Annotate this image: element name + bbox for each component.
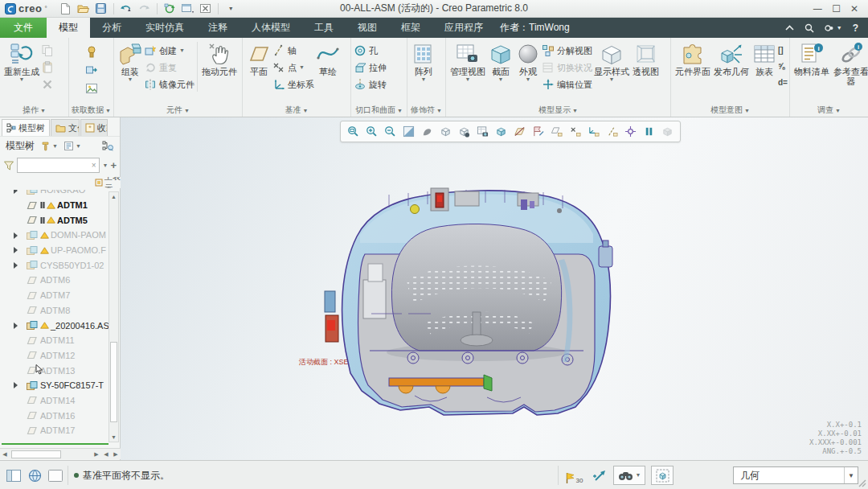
tree-item[interactable]: ADTM11 [0, 333, 109, 348]
family-table-button[interactable]: 族表 [751, 40, 778, 78]
model-arrow-button[interactable] [592, 467, 608, 483]
repeat-button[interactable]: 重复 [144, 61, 194, 74]
reference-viewer-button[interactable]: i 参考查看器 [831, 40, 868, 88]
csys-button[interactable]: 坐标系 [272, 78, 314, 91]
expand-arrow-icon[interactable] [14, 382, 18, 388]
repaint-icon[interactable] [400, 123, 417, 140]
navigator-toggle-icon[interactable] [5, 466, 23, 484]
tree-vertical-scrollbar[interactable]: ▲ ▼ [108, 191, 119, 442]
axis-display-icon[interactable] [604, 123, 620, 140]
bom-button[interactable]: i 物料清单 [792, 40, 831, 78]
plane-button[interactable]: 平面 [245, 40, 272, 78]
options-icon[interactable]: ▼ [825, 24, 842, 32]
regenerate-small-icon[interactable] [162, 2, 178, 16]
zoom-in-icon[interactable] [363, 123, 380, 140]
expand-arrow-icon[interactable] [14, 247, 18, 253]
tree-item[interactable]: ADTM16 [0, 408, 109, 423]
tab-model-tree[interactable]: 模型树 [2, 119, 50, 136]
expand-arrow-icon[interactable] [14, 232, 18, 239]
point-tag-display-icon[interactable] [567, 123, 583, 140]
tree-item[interactable]: HONGKAO [0, 190, 109, 198]
tree-item[interactable]: ADTM12 [0, 348, 109, 364]
section-view-icon[interactable] [493, 123, 510, 140]
notifications-flag-button[interactable]: 30 [563, 466, 584, 484]
spin-center-icon[interactable] [622, 123, 639, 140]
csys-display-icon[interactable] [585, 123, 602, 140]
tree-item[interactable]: ADTM1 [0, 198, 109, 213]
group-label-investigate[interactable]: 调查▼ [790, 105, 868, 116]
scroll-down-icon[interactable]: ▼ [109, 433, 118, 442]
appearance-button[interactable]: 外观 ▼ [514, 40, 542, 84]
annotation-display-icon[interactable] [530, 123, 547, 140]
redo-icon[interactable] [137, 2, 152, 16]
tree-item[interactable]: ADTM6 [0, 273, 109, 288]
extrude-button[interactable]: 拉伸 [354, 61, 387, 74]
manage-views-button[interactable]: 管理视图 ▼ [448, 40, 487, 84]
undo-icon[interactable] [119, 2, 134, 16]
tree-display-settings-button[interactable] [102, 141, 114, 151]
ribbon-tab[interactable]: 工具 [302, 18, 346, 38]
point-button[interactable]: 点▼ [272, 61, 314, 74]
mirror-component-button[interactable]: 镜像元件 [144, 78, 194, 91]
regenerate-button[interactable]: 重新生成 ▼ [2, 40, 41, 84]
search-icon[interactable] [805, 23, 814, 33]
tree-item[interactable]: ADTM14 [0, 393, 109, 409]
tree-item[interactable]: _20200416.AS [0, 318, 109, 333]
ribbon-tab[interactable]: 分析 [90, 18, 133, 38]
tree-item[interactable]: ADTM17 [0, 423, 109, 438]
ribbon-tab[interactable]: 注释 [196, 18, 240, 38]
tree-search-input[interactable]: × [17, 158, 100, 173]
drag-components-button[interactable]: 拖动元件 [200, 40, 239, 78]
tree-item[interactable]: UP-PAOMO.F [0, 243, 109, 258]
display-style-button[interactable]: 显示样式 ▼ [592, 40, 631, 84]
group-label-model-intent[interactable]: 模型意图▼ [671, 105, 789, 116]
toggle-status-button[interactable]: 切换状况 [542, 61, 592, 74]
scroll-up-icon[interactable]: ▲ [109, 192, 118, 201]
tree-item[interactable]: ADTM8 [0, 303, 109, 318]
selection-filter-combobox[interactable]: 几何 ▼ [733, 466, 858, 484]
group-label-cut-surface[interactable]: 切口和曲面▼ [351, 105, 407, 116]
new-file-icon[interactable] [58, 2, 73, 16]
edit-position-button[interactable]: 编辑位置 [542, 78, 592, 91]
group-label-modifiers[interactable]: 修饰符▼ [407, 105, 445, 116]
import-udf-icon[interactable] [85, 45, 98, 58]
group-label-component[interactable]: 元件▼ [114, 105, 242, 116]
minimize-icon[interactable]: — [813, 3, 822, 14]
scrollbar-thumb[interactable] [110, 342, 117, 422]
tree-item[interactable]: CYSB50YD1-02 [0, 257, 109, 273]
close-window-icon[interactable] [198, 2, 213, 16]
search-options-icon[interactable]: ▼ [102, 162, 108, 169]
zoom-out-icon[interactable] [382, 123, 399, 140]
scroll-right-icon[interactable]: ▶ [92, 451, 101, 458]
tree-tools-button[interactable]: ▼ [40, 141, 58, 151]
web-browser-icon[interactable] [26, 466, 43, 484]
assemble-button[interactable]: 组装 ▼ [117, 40, 144, 84]
display-style-icon[interactable] [437, 123, 454, 140]
add-filter-icon[interactable]: + [110, 159, 117, 171]
search-model-button[interactable]: ▼ [613, 466, 645, 485]
group-label-model-display[interactable]: 模型显示▼ [446, 105, 670, 116]
collapse-ribbon-icon[interactable] [785, 25, 794, 31]
sketch-button[interactable]: 草绘 [314, 40, 342, 78]
expand-arrow-icon[interactable] [14, 262, 18, 269]
switch-symbols-button[interactable]: ⅝ [778, 60, 788, 72]
create-button[interactable]: 创建▼ [144, 44, 194, 57]
tree-item[interactable]: ADTM13 [0, 363, 109, 378]
box-select-button[interactable] [651, 466, 674, 485]
datum-display-icon[interactable] [511, 123, 528, 140]
revolve-button[interactable]: 旋转 [354, 78, 387, 91]
maximize-icon[interactable]: ☐ [832, 3, 841, 14]
tab-favorites[interactable]: * 收藏夹 [80, 119, 108, 136]
paste-icon[interactable] [41, 61, 54, 74]
scroll-left-icon[interactable]: ◀ [0, 451, 10, 458]
pattern-button[interactable]: 阵列 ▼ [410, 40, 437, 84]
component-interface-button[interactable]: 元件界面 [674, 40, 712, 78]
expand-arrow-icon[interactable] [14, 190, 18, 194]
open-icon[interactable] [76, 2, 91, 16]
import-image-icon[interactable] [85, 82, 98, 95]
saved-orientations-icon[interactable] [456, 123, 473, 140]
graphics-viewport[interactable]: > 活动截面 : XSEC0008 X.X+-0.1X.XX+-0.01X.XX… [121, 117, 868, 460]
help-icon[interactable]: ? [853, 23, 858, 34]
window-switch-icon[interactable] [180, 2, 195, 16]
chevron-down-icon[interactable]: ▼ [844, 467, 858, 483]
